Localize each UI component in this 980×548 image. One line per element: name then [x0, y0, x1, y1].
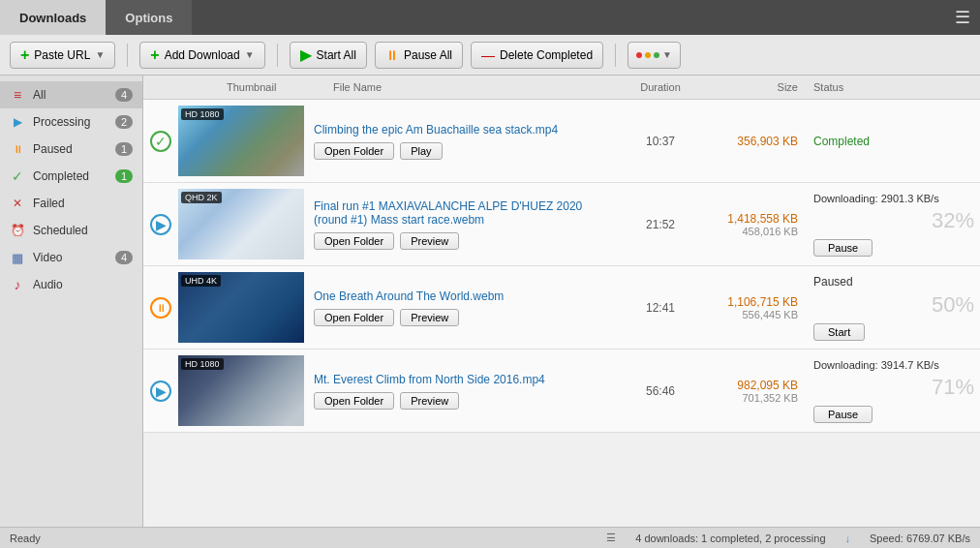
filename-3[interactable]: One Breath Around The World.webm — [314, 289, 612, 303]
start-btn-3[interactable]: Start — [813, 323, 865, 341]
delete-completed-button[interactable]: — Delete Completed — [471, 42, 603, 69]
status-col-2: Downloading: 2901.3 KB/s 32% Pause — [806, 193, 980, 257]
item-actions-3: Open Folder Preview — [314, 309, 612, 326]
header-filename: File Name — [333, 81, 622, 93]
title-bar: Downloads Options ☰ — [0, 0, 980, 35]
size-4: 982,095 KB 701,352 KB — [699, 379, 806, 404]
sidebar-badge-video: 4 — [115, 251, 133, 264]
sidebar: ≡ All 4 ▶ Processing 2 ⏸ Paused 1 ✓ Comp… — [0, 76, 143, 527]
sidebar-label-failed: Failed — [33, 197, 133, 210]
download-row-1: ✓ HD 1080 Climbing the epic Am Buachaill… — [143, 100, 980, 182]
status-text-2: Downloading: 2901.3 KB/s — [813, 193, 980, 204]
start-all-button[interactable]: ▶ Start All — [290, 42, 367, 69]
delete-icon: — — [481, 47, 495, 63]
size-main-1: 356,903 KB — [699, 135, 798, 148]
sidebar-label-all: All — [33, 88, 107, 102]
thumb-label-4: HD 1080 — [181, 358, 224, 370]
add-download-arrow: ▼ — [245, 49, 255, 60]
paste-url-button[interactable]: + Paste URL ▼ — [10, 42, 115, 69]
sidebar-item-failed[interactable]: ✕ Failed — [0, 190, 142, 217]
size-sub-2: 458,016 KB — [699, 226, 798, 237]
header-duration: Duration — [622, 81, 699, 93]
size-main-4: 982,095 KB — [699, 379, 798, 392]
separator-1 — [127, 44, 128, 67]
download-row-2: ▶ QHD 2K Final run #1 MAXIAVALANCHE ALPE… — [143, 183, 980, 265]
thumb-image-1: HD 1080 — [178, 106, 304, 176]
filename-1[interactable]: Climbing the epic Am Buachaille sea stac… — [314, 123, 612, 137]
sidebar-item-completed[interactable]: ✓ Completed 1 — [0, 163, 142, 190]
ready-text: Ready — [10, 533, 41, 544]
plus-icon: + — [20, 46, 29, 64]
pause-all-button[interactable]: ⏸ Pause All — [375, 42, 463, 69]
add-download-button[interactable]: + Add Download ▼ — [139, 42, 264, 69]
sidebar-badge-processing: 2 — [115, 115, 133, 129]
open-folder-btn-3[interactable]: Open Folder — [314, 309, 394, 326]
duration-3: 12:41 — [622, 301, 699, 315]
add-icon: + — [150, 46, 159, 64]
processing-icon: ▶ — [10, 114, 25, 130]
sidebar-item-paused[interactable]: ⏸ Paused 1 — [0, 136, 142, 163]
paused-icon: ⏸ — [10, 141, 25, 157]
downloading-status-icon-4: ▶ — [150, 381, 171, 402]
paste-url-label: Paste URL — [34, 48, 90, 62]
size-main-2: 1,418,558 KB — [699, 212, 798, 226]
item-info-2: Final run #1 MAXIAVALANCHE ALPE D'HUEZ 2… — [304, 196, 622, 254]
menu-button[interactable]: ☰ — [945, 0, 980, 35]
duration-1: 10:37 — [622, 135, 699, 148]
tab-downloads[interactable]: Downloads — [0, 0, 106, 35]
filename-2[interactable]: Final run #1 MAXIAVALANCHE ALPE D'HUEZ 2… — [314, 199, 612, 227]
preview-btn-2[interactable]: Preview — [400, 232, 459, 250]
pause-btn-2[interactable]: Pause — [813, 239, 873, 257]
play-btn-1[interactable]: Play — [400, 142, 442, 160]
title-spacer — [192, 0, 945, 35]
thumbnail-3: UHD 4K — [178, 272, 304, 343]
thumbnail-1: HD 1080 — [178, 106, 304, 176]
sidebar-item-video[interactable]: ▦ Video 4 — [0, 244, 142, 271]
scheduled-icon: ⏰ — [10, 223, 25, 238]
completed-status-icon: ✓ — [150, 131, 171, 152]
header-size: Size — [699, 81, 806, 93]
all-icon: ≡ — [10, 87, 25, 103]
thumb-image-4: HD 1080 — [178, 355, 304, 426]
header-thumbnail: Thumbnail — [178, 81, 333, 93]
sidebar-item-processing[interactable]: ▶ Processing 2 — [0, 108, 142, 136]
tab-options[interactable]: Options — [106, 0, 192, 35]
thumbnail-4: HD 1080 — [178, 355, 304, 426]
paste-url-arrow: ▼ — [95, 49, 105, 60]
audio-icon: ♪ — [10, 277, 25, 292]
dots-arrow: ▼ — [662, 49, 672, 60]
percent-4: 71% — [813, 375, 980, 400]
sidebar-label-completed: Completed — [33, 169, 107, 183]
status-text-3: Paused — [813, 275, 980, 289]
open-folder-btn-2[interactable]: Open Folder — [314, 232, 394, 250]
content-area: Thumbnail File Name Duration Size Status… — [143, 76, 980, 527]
sidebar-badge-all: 4 — [115, 88, 133, 102]
more-options-button[interactable]: ▼ — [628, 42, 681, 69]
speed-icon: ↓ — [845, 533, 851, 544]
pause-btn-4[interactable]: Pause — [813, 406, 873, 423]
downloads-info: 4 downloads: 1 completed, 2 processing — [635, 533, 825, 544]
download-item-1: ✓ HD 1080 Climbing the epic Am Buachaill… — [143, 100, 980, 183]
open-folder-btn-4[interactable]: Open Folder — [314, 392, 394, 410]
thumb-label-2: QHD 2K — [181, 192, 222, 203]
sidebar-item-all[interactable]: ≡ All 4 — [0, 81, 142, 108]
pause-icon: ⏸ — [385, 47, 399, 63]
sidebar-badge-completed: 1 — [115, 169, 133, 183]
download-item-4: ▶ HD 1080 Mt. Everest Climb from North S… — [143, 350, 980, 433]
filename-4[interactable]: Mt. Everest Climb from North Side 2016.m… — [314, 373, 612, 386]
preview-btn-4[interactable]: Preview — [400, 392, 459, 410]
sidebar-item-audio[interactable]: ♪ Audio — [0, 271, 142, 298]
sidebar-item-scheduled[interactable]: ⏰ Scheduled — [0, 217, 142, 244]
sidebar-label-paused: Paused — [33, 142, 107, 156]
download-row-4: ▶ HD 1080 Mt. Everest Climb from North S… — [143, 350, 980, 432]
size-1: 356,903 KB — [699, 135, 806, 148]
dot-red — [636, 52, 642, 58]
percent-2: 32% — [813, 208, 980, 233]
dot-green — [654, 52, 659, 58]
size-main-3: 1,106,715 KB — [699, 295, 798, 309]
delete-completed-label: Delete Completed — [500, 48, 593, 62]
open-folder-btn-1[interactable]: Open Folder — [314, 142, 394, 160]
size-sub-4: 701,352 KB — [699, 392, 798, 404]
preview-btn-3[interactable]: Preview — [400, 309, 459, 326]
failed-icon: ✕ — [10, 196, 25, 211]
